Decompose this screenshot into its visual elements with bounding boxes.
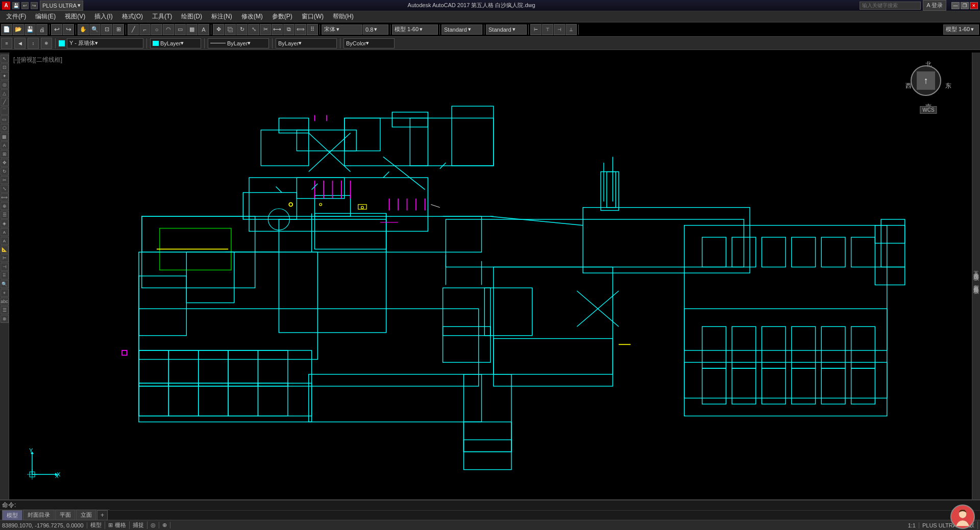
command-input[interactable] — [13, 512, 978, 519]
tool-29[interactable]: abc — [1, 297, 9, 306]
undo-btn[interactable]: ↩ — [21, 2, 29, 9]
font-size-dropdown[interactable]: 0.8 ▾ — [363, 24, 388, 35]
tool-19[interactable]: ☰ — [1, 211, 9, 219]
scale-right-dropdown[interactable]: 模型 1-60 ▾ — [943, 24, 979, 35]
model-section[interactable]: 模型 — [90, 521, 105, 529]
scale-btn[interactable]: ⤡ — [248, 24, 259, 35]
tool-13[interactable]: ✥ — [1, 159, 9, 167]
offset-btn[interactable]: ⧉ — [283, 24, 295, 35]
tab-sheet[interactable]: 封面目录 — [23, 510, 55, 520]
menu-format[interactable]: 格式(O) — [118, 11, 147, 22]
menu-modify[interactable]: 修改(M) — [237, 11, 267, 22]
tool-12[interactable]: ⊞ — [1, 150, 9, 158]
cad-drawing[interactable] — [9, 53, 972, 499]
text-btn[interactable]: A — [198, 24, 209, 35]
login-btn[interactable]: A 登录 — [923, 0, 946, 11]
pan-btn[interactable]: ✋ — [78, 24, 89, 35]
tool-4[interactable]: ◎ — [1, 81, 9, 89]
new-btn[interactable]: 📄 — [1, 24, 12, 35]
tool-7[interactable]: ⌒ — [1, 107, 9, 115]
tool-6[interactable]: ╱ — [1, 98, 9, 106]
tool-20[interactable]: ◈ — [1, 219, 9, 228]
tab-plan[interactable]: 平面 — [55, 510, 76, 520]
tool-27[interactable]: 🔍 — [1, 280, 9, 288]
undo-tool-btn[interactable]: ↩ — [51, 24, 62, 35]
line-btn[interactable]: ╱ — [128, 24, 139, 35]
tool-18[interactable]: ⊕ — [1, 202, 9, 210]
menu-insert[interactable]: 插入(I) — [90, 11, 116, 22]
main-canvas[interactable]: [-][俯视][二维线框] — [9, 53, 972, 499]
tool-15[interactable]: ✂ — [1, 176, 9, 184]
command-input-area[interactable]: ⌨ — [0, 511, 980, 521]
menu-help[interactable]: 帮助(H) — [329, 11, 358, 22]
menu-file[interactable]: 文件(F) — [2, 11, 30, 22]
layer-prev-btn[interactable]: ◀ — [14, 38, 26, 49]
circle-btn[interactable]: ○ — [151, 24, 162, 35]
tab-add-btn[interactable]: + — [97, 510, 108, 520]
tool-5[interactable]: △ — [1, 89, 9, 97]
style-dropdown[interactable]: Standard ▾ — [442, 24, 482, 35]
dim2-btn[interactable]: ⊤ — [542, 24, 553, 35]
menu-annotate[interactable]: 标注(N) — [207, 11, 236, 22]
tool-10[interactable]: ▩ — [1, 133, 9, 141]
select-tool[interactable]: ↖ — [1, 55, 9, 63]
menu-view[interactable]: 视图(V) — [61, 11, 89, 22]
grid-section[interactable]: ⊞ 栅格 — [108, 521, 130, 529]
menu-params[interactable]: 参数(P) — [268, 11, 297, 22]
tool-21[interactable]: A — [1, 228, 9, 236]
menu-edit[interactable]: 编辑(E) — [31, 11, 60, 22]
restore-btn[interactable]: ❐ — [961, 2, 969, 9]
zoom-btn[interactable]: 🔍 — [89, 24, 101, 35]
dim4-btn[interactable]: ⊥ — [566, 24, 577, 35]
redo-btn[interactable]: ↪ — [31, 2, 38, 9]
tab-model[interactable]: 模型 — [2, 510, 22, 520]
rotate-btn[interactable]: ↻ — [236, 24, 248, 35]
tool-25[interactable]: ⊣ — [1, 263, 9, 271]
tab-elevation[interactable]: 立面 — [76, 510, 96, 520]
zoom-extents-btn[interactable]: ⊞ — [113, 24, 124, 35]
layer-state-btn[interactable]: ↕ — [28, 38, 39, 49]
tool-8[interactable]: ▭ — [1, 115, 9, 123]
tool-30[interactable]: ☰ — [1, 306, 9, 314]
tool-17[interactable]: ⟺ — [1, 193, 9, 201]
osnap-section[interactable]: ◎ — [151, 522, 159, 528]
snap-section[interactable]: 捕捉 — [133, 521, 148, 529]
polyline-btn[interactable]: ⌐ — [139, 24, 151, 35]
style2-dropdown[interactable]: Standard ▾ — [486, 24, 527, 35]
copy-btn[interactable]: ⿻ — [225, 24, 236, 35]
quick-save-btn[interactable]: 💾 — [12, 2, 19, 9]
trim-btn[interactable]: ✂ — [260, 24, 271, 35]
wcs-button[interactable]: WCS — [920, 106, 937, 114]
hatch-btn[interactable]: ▩ — [186, 24, 198, 35]
dim3-btn[interactable]: ⊣ — [554, 24, 565, 35]
menu-window[interactable]: 窗口(W) — [298, 11, 328, 22]
track-section[interactable]: ⊕ — [162, 522, 170, 528]
save-btn[interactable]: 💾 — [24, 24, 36, 35]
layer-dropdown[interactable]: Y - 原墙体 ▾ — [67, 38, 143, 48]
tool-2[interactable]: ⊡ — [1, 63, 9, 71]
minimize-btn[interactable]: — — [951, 2, 960, 9]
plotstyle-dropdown[interactable]: ByColor ▾ — [344, 38, 395, 48]
tool-3[interactable]: ✦ — [1, 72, 9, 80]
lineweight-dropdown[interactable]: ByLayer ▾ — [276, 38, 337, 48]
zoom-window-btn[interactable]: ⊡ — [101, 24, 112, 35]
tool-14[interactable]: ↻ — [1, 167, 9, 175]
print-btn[interactable]: 🖨 — [36, 24, 47, 35]
tool-26[interactable]: ⠿ — [1, 271, 9, 280]
rect-btn[interactable]: ▭ — [175, 24, 186, 35]
array-btn[interactable]: ⠿ — [307, 24, 318, 35]
open-btn[interactable]: 📂 — [13, 24, 24, 35]
mirror-btn[interactable]: ⟺ — [295, 24, 306, 35]
tool-11[interactable]: A — [1, 141, 9, 149]
move-btn[interactable]: ✥ — [213, 24, 224, 35]
arc-btn[interactable]: ◠ — [163, 24, 174, 35]
tool-16[interactable]: ⤡ — [1, 185, 9, 193]
close-btn[interactable]: ✕ — [970, 2, 978, 9]
tool-22[interactable]: A — [1, 237, 9, 245]
dim-btn[interactable]: ⊢ — [530, 24, 542, 35]
layer-manager-btn[interactable]: ≡ — [1, 38, 12, 49]
menu-draw[interactable]: 绘图(D) — [177, 11, 206, 22]
tool-23[interactable]: 📐 — [1, 245, 9, 254]
menu-tools[interactable]: 工具(T) — [148, 11, 176, 22]
color-dropdown[interactable]: ByLayer ▾ — [150, 38, 201, 48]
